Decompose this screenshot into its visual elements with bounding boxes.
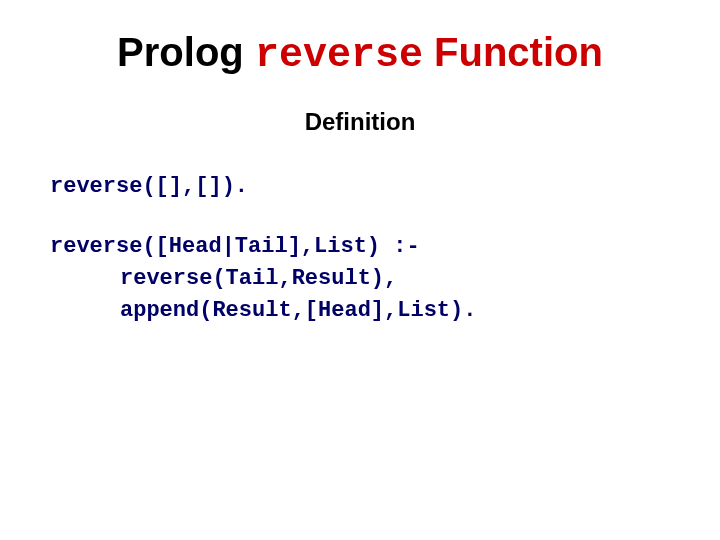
code-line-2: reverse([Head|Tail],List) :- bbox=[50, 231, 670, 263]
code-line-1: reverse([],[]). bbox=[50, 171, 670, 203]
code-block: reverse([],[]). reverse([Head|Tail],List… bbox=[50, 171, 670, 327]
title-part1: Prolog bbox=[117, 30, 255, 74]
slide-subtitle: Definition bbox=[50, 108, 670, 136]
code-line-4: append(Result,[Head],List). bbox=[50, 295, 670, 327]
slide-title: Prolog reverse Function bbox=[50, 30, 670, 78]
title-part2: reverse bbox=[255, 33, 423, 78]
code-line-3: reverse(Tail,Result), bbox=[50, 263, 670, 295]
code-spacer bbox=[50, 203, 670, 231]
title-part3: Function bbox=[423, 30, 603, 74]
